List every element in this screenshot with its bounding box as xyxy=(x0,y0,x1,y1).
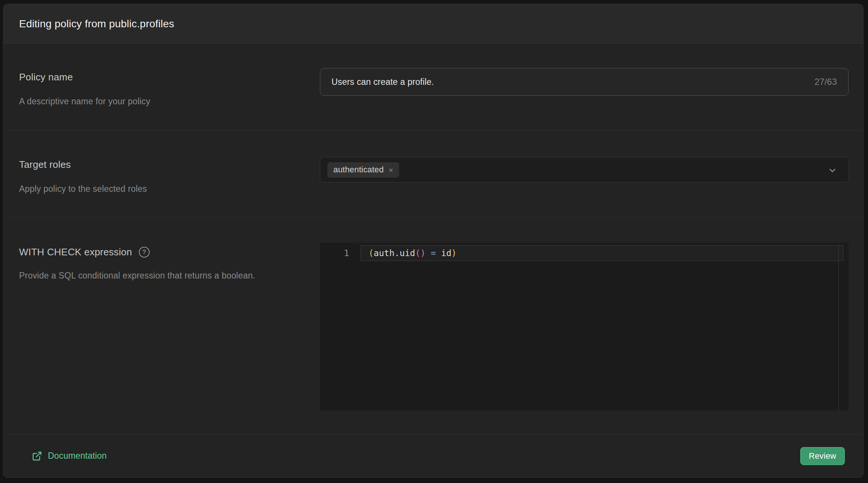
edit-policy-dialog: Editing policy from public.profiles Poli… xyxy=(3,4,864,478)
help-icon[interactable]: ? xyxy=(139,247,150,258)
char-counter: 27/63 xyxy=(814,77,837,87)
dialog-footer: Documentation Review xyxy=(3,434,863,477)
editor-ruler-divider xyxy=(838,243,839,410)
code-token: = xyxy=(425,246,441,261)
code-token: ( xyxy=(369,246,374,261)
role-chip-label: authenticated xyxy=(333,165,384,175)
target-roles-description: Apply policy to the selected roles xyxy=(19,182,288,196)
documentation-link[interactable]: Documentation xyxy=(32,451,107,461)
with-check-labels: WITH CHECK expression ? Provide a SQL co… xyxy=(19,218,288,283)
chevron-down-icon xyxy=(828,166,837,175)
code-token: auth.uid xyxy=(374,246,415,261)
policy-name-labels: Policy name A descriptive name for your … xyxy=(19,44,288,109)
role-chip-authenticated: authenticated × xyxy=(327,162,399,178)
code-active-line: ( auth.uid () = id ) xyxy=(361,245,843,261)
review-button[interactable]: Review xyxy=(800,447,845,465)
with-check-label: WITH CHECK expression xyxy=(19,246,132,258)
dialog-title: Editing policy from public.profiles xyxy=(19,18,174,30)
policy-name-value: Users can create a profile. xyxy=(331,77,814,87)
external-link-icon xyxy=(32,451,42,461)
code-token: id xyxy=(441,246,452,261)
target-roles-select[interactable]: authenticated × xyxy=(320,157,849,182)
policy-name-description: A descriptive name for your policy xyxy=(19,94,288,109)
sql-code-editor[interactable]: 1 ( auth.uid () = id ) xyxy=(320,243,849,410)
page-background: r e Editing policy from public.profiles … xyxy=(0,0,868,483)
background-text-fragment: e xyxy=(0,88,3,100)
documentation-link-label: Documentation xyxy=(48,451,107,461)
policy-name-section: Policy name A descriptive name for your … xyxy=(3,44,863,130)
code-token: ) xyxy=(452,246,457,261)
target-roles-labels: Target roles Apply policy to the selecte… xyxy=(19,130,288,196)
with-check-description: Provide a SQL conditional expression tha… xyxy=(19,268,264,283)
dialog-header: Editing policy from public.profiles xyxy=(3,4,863,44)
code-token: () xyxy=(415,246,426,261)
target-roles-label: Target roles xyxy=(19,159,288,170)
target-roles-section: Target roles Apply policy to the selecte… xyxy=(3,130,863,218)
remove-role-icon[interactable]: × xyxy=(389,166,393,174)
background-text-fragment: r xyxy=(0,28,3,40)
policy-name-label: Policy name xyxy=(19,71,288,83)
policy-name-input[interactable]: Users can create a profile. 27/63 xyxy=(320,68,849,96)
line-number: 1 xyxy=(320,245,349,261)
with-check-section: WITH CHECK expression ? Provide a SQL co… xyxy=(3,218,863,434)
